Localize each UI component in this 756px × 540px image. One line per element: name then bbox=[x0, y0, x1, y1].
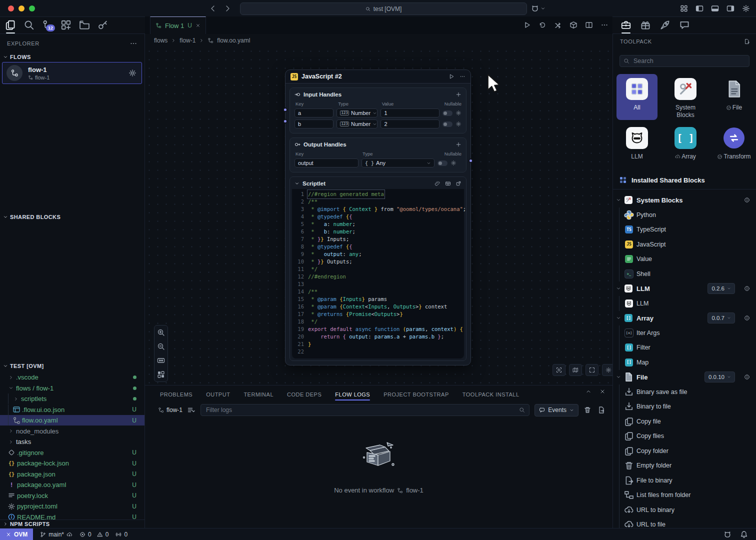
input-port-b[interactable] bbox=[283, 119, 288, 124]
value-field[interactable]: 2 bbox=[380, 120, 440, 128]
info-icon[interactable] bbox=[744, 286, 750, 292]
split-editor-icon[interactable] bbox=[585, 21, 593, 29]
toolpack-tile-llm[interactable]: LLM bbox=[616, 123, 658, 169]
more-actions-icon[interactable] bbox=[600, 21, 608, 29]
filter-logs-input[interactable] bbox=[205, 406, 519, 414]
code-line-12[interactable]: 12//#endregion bbox=[292, 273, 464, 280]
zoom-out-icon[interactable] bbox=[157, 342, 165, 350]
block-item-typescript[interactable]: TSTypeScript bbox=[613, 222, 756, 236]
panel-tab-problems[interactable]: PROBLEMS bbox=[160, 392, 192, 398]
toggle-right-panel-icon[interactable] bbox=[726, 4, 734, 12]
row-settings-gear-icon[interactable] bbox=[456, 110, 462, 116]
close-window-button[interactable] bbox=[8, 6, 14, 12]
rerun-icon[interactable] bbox=[538, 21, 546, 29]
code-line-1[interactable]: 1//#region generated meta bbox=[292, 190, 464, 198]
code-line-5[interactable]: 5 * a: number; bbox=[292, 220, 464, 228]
log-level-list-icon[interactable] bbox=[188, 406, 196, 414]
file-tree-item--vscode[interactable]: .vscode bbox=[0, 372, 144, 382]
block-item-shell[interactable]: >_Shell bbox=[613, 267, 756, 281]
new-toolpack-icon[interactable] bbox=[744, 38, 750, 44]
block-item-iter-args[interactable]: [x]Iter Args bbox=[613, 326, 756, 340]
breadcrumb-item-flows[interactable]: flows bbox=[154, 37, 168, 44]
block-item-copy-flies[interactable]: Copy flies bbox=[613, 429, 756, 443]
block-item-binary-to-file[interactable]: Binary to file bbox=[613, 400, 756, 414]
node-javascript-2[interactable]: JS JavaScript #2 Input Handles KeyTypeVa… bbox=[285, 70, 471, 366]
editor-table-icon[interactable] bbox=[445, 180, 451, 186]
type-select[interactable]: { }Any bbox=[362, 158, 434, 168]
code-line-9[interactable]: 9 * output: any; bbox=[292, 250, 464, 258]
code-line-7[interactable]: 7 * }} Inputs; bbox=[292, 236, 464, 243]
file-tree-item-package-lock-json[interactable]: {}package-lock.jsonU bbox=[0, 458, 144, 468]
key-field[interactable]: a bbox=[294, 108, 334, 118]
node-more-icon[interactable] bbox=[460, 74, 466, 80]
flow-canvas[interactable]: JS JavaScript #2 Input Handles KeyTypeVa… bbox=[145, 47, 612, 385]
export-logs-icon[interactable] bbox=[598, 406, 606, 414]
info-icon[interactable] bbox=[744, 374, 750, 380]
toolpack-search-input[interactable] bbox=[632, 57, 746, 65]
toolpack-tile-system-blocks[interactable]: System Blocks bbox=[665, 74, 706, 120]
assistant-menu[interactable] bbox=[531, 0, 546, 16]
explorer-view-icon[interactable] bbox=[5, 16, 16, 34]
zoom-in-icon[interactable] bbox=[157, 328, 165, 336]
rocket-view-icon[interactable] bbox=[660, 16, 670, 34]
command-center[interactable]: test [OVM] bbox=[240, 2, 527, 15]
block-item-list-files-from-folder[interactable]: List files from folder bbox=[613, 488, 756, 502]
code-line-22[interactable]: 22 bbox=[292, 348, 464, 356]
panel-tab-output[interactable]: OUTPUT bbox=[206, 392, 230, 398]
gift-view-icon[interactable] bbox=[640, 16, 651, 34]
notifications-bell-icon[interactable] bbox=[740, 530, 748, 538]
file-tree-item-tasks[interactable]: tasks bbox=[0, 436, 144, 447]
code-line-16[interactable]: 16 * @param {Context<Inputs, Outputs>} c… bbox=[292, 303, 464, 310]
events-filter-select[interactable]: Events bbox=[534, 404, 578, 416]
tab-flow-1[interactable]: Flow 1 U bbox=[150, 16, 206, 34]
input-port-a[interactable] bbox=[283, 108, 288, 112]
settings-gear-icon[interactable] bbox=[742, 4, 750, 12]
node-header[interactable]: JS JavaScript #2 bbox=[286, 70, 470, 84]
toolpack-tile-all[interactable]: All bbox=[616, 74, 658, 120]
block-group-llm[interactable]: LLM0.2.6 bbox=[613, 282, 756, 296]
toolpack-searchbox[interactable] bbox=[620, 55, 750, 67]
log-flow-selector[interactable]: flow-1 bbox=[158, 406, 182, 414]
file-tree-item-flow-oo-yaml[interactable]: flow.oo.yamlU bbox=[0, 415, 144, 426]
history-forward-icon[interactable] bbox=[224, 4, 232, 12]
block-item-copy-folder[interactable]: Copy folder bbox=[613, 444, 756, 458]
code-line-17[interactable]: 17 * @returns {Promise<Outputs>} bbox=[292, 310, 464, 318]
code-line-8[interactable]: 8 * @typedef {{ bbox=[292, 243, 464, 250]
panel-tab-flow-logs[interactable]: FLOW LOGS bbox=[335, 392, 370, 398]
block-item-file-to-binary[interactable]: File to binary bbox=[613, 474, 756, 488]
block-item-python[interactable]: Python bbox=[613, 208, 756, 222]
auto-layout-icon[interactable] bbox=[157, 370, 165, 378]
file-tree-item-package-json[interactable]: {}package.jsonU bbox=[0, 469, 144, 480]
file-tree-item-flows-flow-1[interactable]: flows / flow-1 bbox=[0, 383, 144, 394]
minimize-window-button[interactable] bbox=[18, 6, 24, 12]
row-settings-gear-icon[interactable] bbox=[456, 121, 462, 127]
nullable-toggle[interactable] bbox=[438, 160, 448, 166]
block-item-empty-folder[interactable]: Empty folder bbox=[613, 458, 756, 472]
folder-view-icon[interactable] bbox=[79, 16, 90, 34]
screenshot-icon[interactable] bbox=[552, 364, 566, 376]
panel-tab-code-deps[interactable]: CODE DEPS bbox=[287, 392, 322, 398]
toolpack-tile-file[interactable]: File bbox=[714, 74, 754, 120]
block-item-binary-save-as-file[interactable]: Binary save as file bbox=[613, 385, 756, 399]
code-line-19[interactable]: 19export default async function (params,… bbox=[292, 326, 464, 333]
toggle-bottom-panel-icon[interactable] bbox=[711, 4, 719, 12]
flow-view-icon[interactable]: 12 bbox=[42, 16, 53, 34]
code-line-2[interactable]: 2/** bbox=[292, 198, 464, 206]
key-field[interactable]: b bbox=[294, 120, 334, 128]
block-group-system-blocks[interactable]: System Blocks bbox=[613, 193, 756, 207]
code-line-10[interactable]: 10 * }} Outputs; bbox=[292, 258, 464, 266]
minimap-icon[interactable] bbox=[569, 364, 582, 376]
merge-run-icon[interactable] bbox=[554, 21, 562, 29]
run-node-icon[interactable] bbox=[448, 74, 454, 80]
row-settings-gear-icon[interactable] bbox=[450, 160, 456, 166]
block-item-url-to-binary[interactable]: URL to binary bbox=[613, 503, 756, 517]
blocks-view-icon[interactable] bbox=[60, 16, 72, 34]
info-icon[interactable] bbox=[744, 197, 750, 203]
open-external-icon[interactable] bbox=[456, 180, 462, 186]
attach-icon[interactable] bbox=[434, 180, 440, 186]
add-input-icon[interactable] bbox=[456, 92, 462, 98]
fit-view-icon[interactable] bbox=[157, 356, 165, 364]
code-line-21[interactable]: 21} bbox=[292, 340, 464, 348]
block-item-value[interactable]: Value bbox=[613, 252, 756, 266]
block-group-file[interactable]: File0.0.10 bbox=[613, 370, 756, 384]
